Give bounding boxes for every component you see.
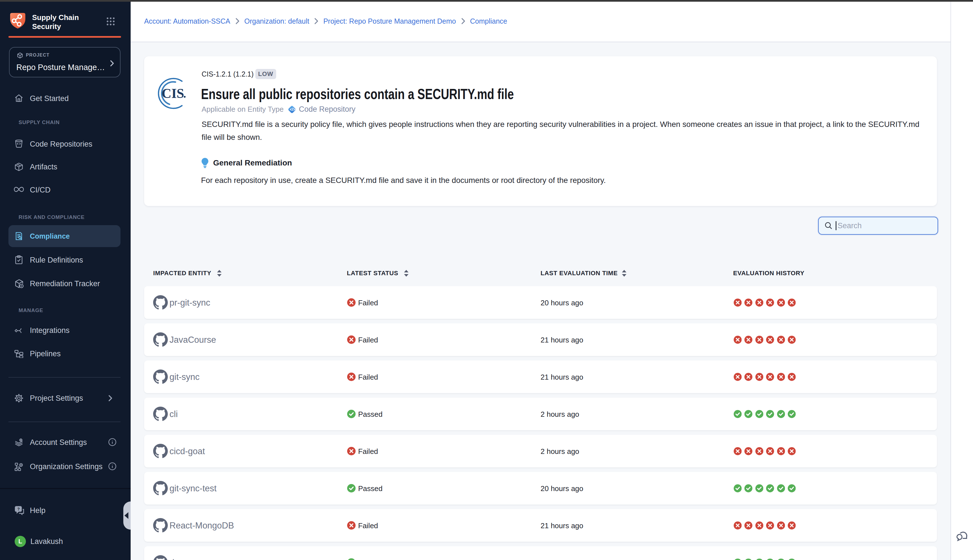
svg-text:?: ? <box>17 507 20 511</box>
svg-text:CIS: CIS <box>162 86 184 101</box>
svg-text:</>: </> <box>290 107 295 112</box>
